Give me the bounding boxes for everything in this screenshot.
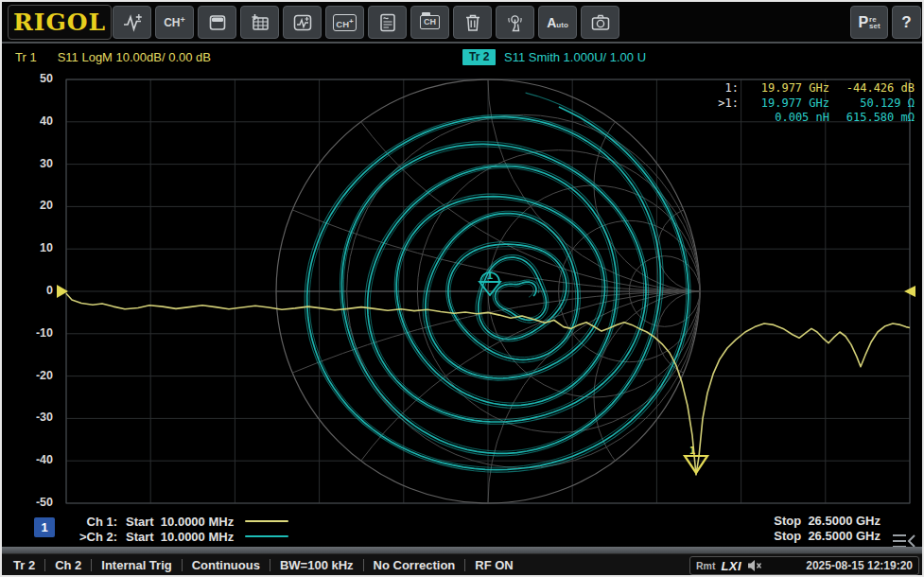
preset-icon: P: [858, 14, 868, 31]
y-tick: -20: [15, 369, 53, 382]
status-trigger[interactable]: Internal Trig: [101, 558, 171, 572]
status-sweep-mode[interactable]: Continuous: [192, 558, 260, 572]
help-icon: ?: [901, 13, 911, 32]
y-tick: 0: [15, 284, 53, 297]
status-rf-state[interactable]: RF ON: [475, 558, 513, 572]
rigol-logo: RIGOL: [8, 5, 112, 40]
status-active-channel[interactable]: Ch 2: [55, 558, 81, 572]
ch-plus-icon: CH+: [164, 15, 185, 29]
trace1-annotation[interactable]: Tr 1S11 LogM 10.00dB/ 0.00 dB: [15, 50, 211, 64]
marker-row-freq: 19.977 GHz: [739, 96, 829, 112]
svg-text:1: 1: [487, 270, 494, 282]
screenshot-button[interactable]: [581, 6, 619, 39]
framed-ch-plus-icon: CH+: [333, 14, 356, 31]
trace1-color-sample: [245, 520, 288, 523]
mute-speaker-icon[interactable]: [747, 559, 762, 572]
framed-pulse-icon: [291, 11, 314, 34]
marker-row-value: 50.129 Ω: [829, 96, 915, 112]
window-layout-icon: [206, 11, 229, 34]
marker-readout: 1: 19.977 GHz -44.426 dB >1: 19.977 GHz …: [699, 81, 915, 126]
table-plus-icon: [249, 11, 271, 34]
y-tick: -10: [15, 326, 53, 340]
marker-row-label: >1:: [699, 96, 739, 112]
save-trace-data-button[interactable]: [368, 6, 407, 39]
window-layout-button[interactable]: [198, 6, 236, 39]
channel2-stop: Stop 26.5000 GHz: [774, 529, 880, 544]
touch-icon: [504, 11, 527, 34]
y-tick: 30: [15, 157, 53, 170]
channel1-stop: Stop 26.5000 GHz: [774, 514, 880, 529]
remote-indicator: Rmt: [696, 560, 715, 571]
status-if-bandwidth[interactable]: BW=100 kHz: [280, 558, 354, 572]
y-tick: 40: [15, 114, 53, 128]
channel1-row[interactable]: Ch 1: Start 10.0000 MHz: [68, 514, 288, 529]
status-active-trace[interactable]: Tr 2: [13, 558, 35, 572]
marker-row-value: -44.426 dB: [829, 81, 915, 96]
trace-window-button[interactable]: [283, 6, 322, 39]
vna-screen: 11 RIGOL CH+: [0, 0, 924, 577]
touch-mode-button[interactable]: [496, 6, 534, 39]
y-tick: -40: [15, 453, 53, 466]
y-tick: -30: [15, 411, 53, 424]
trace2-color-sample: [245, 535, 288, 538]
remote-status-box: Rmt LXI 2025-08-15 12:19:20: [689, 556, 919, 575]
file-channel-button[interactable]: CH: [410, 6, 449, 39]
page-number-badge[interactable]: 1: [34, 517, 55, 537]
add-trace-button[interactable]: [113, 6, 151, 39]
add-channel-button[interactable]: CH+: [155, 6, 194, 39]
camera-icon: [589, 11, 612, 34]
auto-scale-button[interactable]: Auto: [538, 6, 577, 39]
y-tick: 20: [15, 199, 53, 212]
channel-window-button[interactable]: CH+: [325, 6, 364, 39]
rigol-logo-text: RIGOL: [13, 9, 106, 36]
help-button[interactable]: ?: [892, 6, 921, 39]
marker-row-label: [699, 111, 739, 126]
toolbar: RIGOL CH+: [2, 2, 922, 44]
marker-row-label: 1:: [699, 81, 739, 96]
channel2-row[interactable]: >Ch 2: Start 10.0000 MHz: [68, 529, 288, 544]
trace2-badge[interactable]: Tr 2: [462, 49, 496, 65]
marker-row-freq: 19.977 GHz: [739, 81, 829, 96]
trash-icon: [462, 11, 484, 34]
marker-row-value: 615.580 mΩ: [829, 111, 915, 126]
marker-table-button[interactable]: [240, 6, 279, 39]
delete-button[interactable]: [453, 6, 492, 39]
y-tick: 50: [15, 72, 53, 85]
trace2-annotation[interactable]: S11 Smith 1.000U/ 1.00 U: [504, 50, 646, 64]
y-tick: 10: [15, 241, 53, 254]
auto-icon: Auto: [547, 14, 568, 31]
svg-text:1: 1: [689, 445, 696, 457]
datetime-display: 2025-08-15 12:19:20: [806, 559, 913, 572]
status-correction[interactable]: No Correction: [374, 558, 456, 572]
folder-ch-icon: CH: [420, 15, 440, 29]
y-tick: -50: [15, 496, 53, 509]
panel-divider[interactable]: [2, 547, 922, 554]
lxi-logo: LXI: [721, 559, 741, 573]
preset-button[interactable]: Preset: [850, 6, 888, 39]
pulse-plus-icon: [121, 11, 144, 34]
marker-row-freq: 0.005 nH: [739, 111, 829, 126]
document-trace-icon: [376, 11, 399, 34]
